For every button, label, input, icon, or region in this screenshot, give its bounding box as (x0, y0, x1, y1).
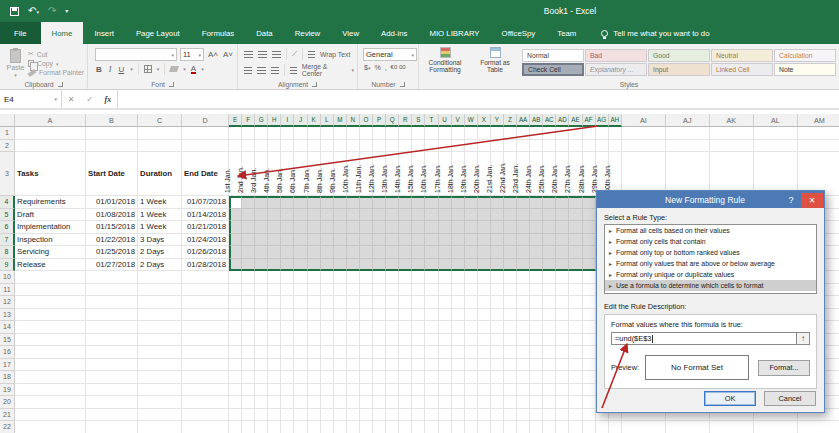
cell-T9[interactable] (425, 259, 438, 272)
cell-U1[interactable] (439, 127, 452, 140)
cell-J18[interactable] (294, 371, 307, 384)
cell-T18[interactable] (425, 371, 438, 384)
cell-F15[interactable] (242, 334, 255, 347)
row-header-10[interactable]: 10 (0, 271, 15, 284)
cell-H6[interactable] (268, 221, 281, 234)
cell-K11[interactable] (308, 284, 321, 297)
cell-O13[interactable] (360, 309, 373, 322)
cell-O6[interactable] (360, 221, 373, 234)
cell-K5[interactable] (308, 209, 321, 222)
cell-AF20[interactable] (583, 396, 596, 409)
name-box[interactable]: E4 ▾ (0, 90, 62, 108)
cell-H12[interactable] (268, 296, 281, 309)
cell-X5[interactable] (478, 209, 491, 222)
cell-J11[interactable] (294, 284, 307, 297)
cell-C20[interactable] (138, 396, 182, 409)
cell-AE18[interactable] (569, 371, 582, 384)
cell-I11[interactable] (281, 284, 294, 297)
cell-O4[interactable] (360, 196, 373, 209)
cell-AE2[interactable] (569, 140, 582, 153)
cell-AF9[interactable] (583, 259, 596, 272)
cell-H21[interactable] (268, 409, 281, 422)
cell-I21[interactable] (281, 409, 294, 422)
cell-C18[interactable] (138, 371, 182, 384)
underline-dropdown-icon[interactable]: ▾ (130, 66, 133, 72)
cell-I18[interactable] (281, 371, 294, 384)
cell-L16[interactable] (321, 346, 334, 359)
cell-T13[interactable] (425, 309, 438, 322)
cell-K10[interactable] (308, 271, 321, 284)
cell-AE14[interactable] (569, 321, 582, 334)
cell-N13[interactable] (347, 309, 360, 322)
fill-dropdown-icon[interactable]: ▾ (183, 66, 186, 72)
cell-AA2[interactable] (517, 140, 530, 153)
cell-K1[interactable] (308, 127, 321, 140)
cell-D19[interactable] (182, 384, 229, 397)
cut-button[interactable]: ✂ Cut (28, 50, 84, 58)
cell-C3[interactable]: Duration (138, 152, 182, 196)
column-header-X[interactable]: X (478, 114, 491, 127)
cell-B14[interactable] (86, 321, 138, 334)
italic-button[interactable]: I (108, 65, 113, 74)
cell-style-linked-cell[interactable]: Linked Cell (711, 63, 773, 76)
cell-L11[interactable] (321, 284, 334, 297)
cell-R19[interactable] (399, 384, 412, 397)
cell-AD15[interactable] (556, 334, 569, 347)
cell-Y12[interactable] (491, 296, 504, 309)
cell-T7[interactable] (425, 234, 438, 247)
tab-add-ins[interactable]: Add-ins (370, 22, 418, 44)
cell-O18[interactable] (360, 371, 373, 384)
cell-W13[interactable] (465, 309, 478, 322)
cell-AB8[interactable] (530, 246, 543, 259)
cell-X9[interactable] (478, 259, 491, 272)
column-header-AI[interactable]: AI (622, 114, 666, 127)
cell-AK1[interactable] (710, 127, 754, 140)
cell-A19[interactable] (15, 384, 86, 397)
cell-T12[interactable] (425, 296, 438, 309)
cell-AA20[interactable] (517, 396, 530, 409)
cell-Z20[interactable] (504, 396, 517, 409)
column-header-AM[interactable]: AM (798, 114, 839, 127)
insert-function-icon[interactable]: fx (105, 95, 112, 104)
cell-A5[interactable]: Draft (15, 209, 86, 222)
bold-button[interactable]: B (95, 65, 103, 74)
cell-AC4[interactable] (543, 196, 556, 209)
cell-F1[interactable] (242, 127, 255, 140)
cell-G6[interactable] (255, 221, 268, 234)
cell-AC11[interactable] (543, 284, 556, 297)
cell-I12[interactable] (281, 296, 294, 309)
rule-formula-input[interactable]: =und($E$3 (611, 332, 796, 345)
cell-Q4[interactable] (386, 196, 399, 209)
cell-J20[interactable] (294, 396, 307, 409)
cell-E8[interactable] (229, 246, 242, 259)
cell-W6[interactable] (465, 221, 478, 234)
tab-formulas[interactable]: Formulas (191, 22, 246, 44)
cell-E12[interactable] (229, 296, 242, 309)
cell-B13[interactable] (86, 309, 138, 322)
cell-U8[interactable] (439, 246, 452, 259)
rule-type-item[interactable]: ►Format only top or bottom ranked values (605, 247, 816, 258)
tab-view[interactable]: View (331, 22, 370, 44)
cell-C14[interactable] (138, 321, 182, 334)
cell-G16[interactable] (255, 346, 268, 359)
cell-Y15[interactable] (491, 334, 504, 347)
cell-A7[interactable]: Inspection (15, 234, 86, 247)
cell-AI2[interactable] (622, 140, 666, 153)
borders-dropdown-icon[interactable]: ▾ (157, 66, 160, 72)
cell-Y11[interactable] (491, 284, 504, 297)
cell-O15[interactable] (360, 334, 373, 347)
cell-D7[interactable]: 01/24/2018 (182, 234, 229, 247)
cell-C11[interactable] (138, 284, 182, 297)
cell-E16[interactable] (229, 346, 242, 359)
cell-D4[interactable]: 01/07/2018 (182, 196, 229, 209)
cell-F16[interactable] (242, 346, 255, 359)
cell-V8[interactable] (452, 246, 465, 259)
cell-Y18[interactable] (491, 371, 504, 384)
cell-S16[interactable] (412, 346, 425, 359)
column-header-H[interactable]: H (268, 114, 281, 127)
cell-AF5[interactable] (583, 209, 596, 222)
cell-E5[interactable] (229, 209, 242, 222)
cell-AA21[interactable] (517, 409, 530, 422)
cell-W7[interactable] (465, 234, 478, 247)
cell-AC6[interactable] (543, 221, 556, 234)
